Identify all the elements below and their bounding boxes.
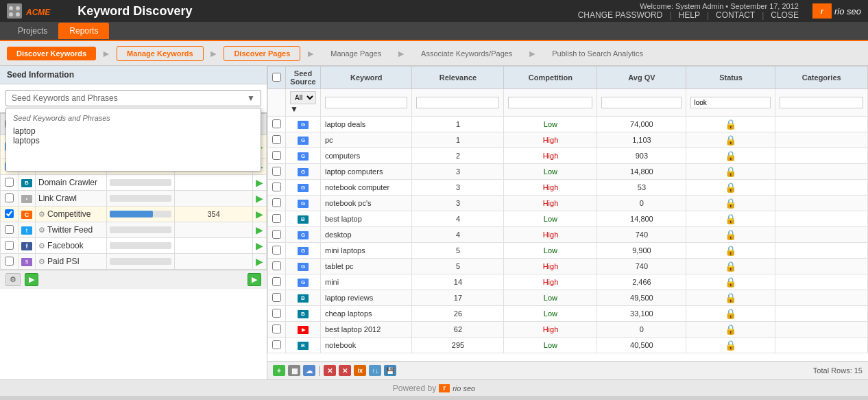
total-rows-label: Total Rows: 15 (813, 366, 863, 375)
tb-save-icon[interactable]: 💾 (384, 365, 396, 376)
left-run-button[interactable]: ▶ (248, 273, 261, 286)
publish-button[interactable]: Publish to Search Analytics (542, 47, 653, 60)
ds-row-checkbox[interactable] (5, 241, 14, 250)
google-icon: G (298, 121, 309, 129)
kw-categories-cell (775, 180, 868, 196)
seed-info-header: Seed Information (0, 66, 267, 84)
kw-source-cell: G (286, 132, 321, 148)
tb-remove-icon[interactable]: ✕ (339, 365, 351, 376)
kw-row-checkbox[interactable] (272, 246, 281, 255)
kw-status-cell: 🔒 (686, 227, 775, 243)
ds-row-checkbox[interactable] (5, 178, 14, 187)
tb-grid-icon[interactable]: ▦ (288, 365, 300, 376)
kw-row-checkbox[interactable] (272, 198, 281, 207)
ds-source-icon-cell: • (19, 191, 36, 207)
kw-row-checkbox[interactable] (272, 230, 281, 239)
generic-icon: • (21, 195, 32, 203)
kw-status-cell: 🔒 (686, 196, 775, 211)
gear-icon[interactable]: ⚙ (38, 226, 45, 234)
left-settings-button[interactable]: ⚙ (5, 273, 21, 286)
play-icon[interactable]: ▶ (256, 240, 263, 251)
filter-competition (504, 89, 597, 117)
kw-categories-cell (775, 196, 868, 211)
kw-row-checkbox[interactable] (272, 167, 281, 176)
change-password-link[interactable]: CHANGE PASSWORD (578, 10, 663, 20)
kw-row-checkbox[interactable] (272, 325, 281, 333)
tb-import-icon[interactable]: ↑↓ (369, 365, 381, 376)
seed-keywords-textarea[interactable] (10, 123, 256, 165)
google-icon: G (298, 168, 309, 176)
play-icon[interactable]: ▶ (256, 256, 263, 267)
kw-status-cell: 🔒 (686, 117, 775, 132)
kw-keyword-cell: notebook pc's (321, 196, 412, 211)
google-icon: G (298, 279, 309, 287)
filter-avgqv-input[interactable] (601, 97, 682, 108)
close-link[interactable]: CLOSE (771, 10, 799, 20)
left-add-button[interactable]: ▶ (25, 273, 38, 286)
kw-select-all-checkbox[interactable] (272, 73, 281, 82)
gear-icon[interactable]: ⚙ (38, 242, 45, 250)
kw-check-cell (268, 196, 286, 211)
filter-status (686, 89, 775, 117)
ds-row-checkbox[interactable] (5, 225, 14, 234)
tb-add-icon[interactable]: + (273, 365, 285, 376)
ds-count-cell (175, 254, 253, 270)
progress-bar-container (110, 195, 171, 202)
kw-relevance-cell: 2 (412, 148, 504, 164)
table-row: G pc 1 High 1,103 🔒 (268, 132, 868, 148)
tab-reports[interactable]: Reports (58, 23, 109, 39)
filter-source-select[interactable]: All (290, 91, 316, 104)
filter-relevance-input[interactable] (416, 97, 499, 108)
tb-delete-icon[interactable]: ✕ (324, 365, 336, 376)
kw-competition-cell: High (504, 274, 597, 290)
kw-check-cell (268, 164, 286, 180)
kw-row-checkbox[interactable] (272, 261, 281, 270)
google-icon: G (298, 137, 309, 145)
gear-icon[interactable]: ⚙ (38, 257, 45, 266)
manage-pages-button[interactable]: Manage Pages (321, 47, 391, 60)
rio-seo-logo: r rio seo (812, 3, 861, 19)
kw-status-cell: 🔒 (686, 148, 775, 164)
tb-export-icon[interactable]: ix (354, 365, 366, 376)
filter-keyword-input[interactable] (325, 97, 407, 108)
tab-projects[interactable]: Projects (7, 23, 58, 39)
kw-categories-cell (775, 259, 868, 274)
play-icon[interactable]: ▶ (256, 177, 263, 188)
left-bottom-right: ▶ (248, 273, 261, 286)
ds-row-checkbox[interactable] (5, 209, 14, 218)
filter-competition-input[interactable] (508, 97, 592, 108)
manage-keywords-button[interactable]: Manage Keywords (117, 46, 204, 61)
ds-row-checkbox[interactable] (5, 193, 14, 202)
ds-play-cell: ▶ (252, 222, 266, 238)
kw-status-cell: 🔒 (686, 322, 775, 338)
discover-pages-button[interactable]: Discover Pages (224, 46, 300, 61)
kw-row-checkbox[interactable] (272, 293, 281, 302)
tb-cloud-icon[interactable]: ☁ (303, 365, 315, 376)
associate-keywords-pages-button[interactable]: Associate Keywords/Pages (411, 47, 522, 60)
ds-row-checkbox[interactable] (5, 257, 14, 266)
seed-dropdown-box[interactable]: Seed Keywords and Phrases ▼ (5, 90, 261, 106)
kw-relevance-cell: 1 (412, 132, 504, 148)
data-table-container[interactable]: Seed Source Keyword Relevance Competitio… (267, 66, 868, 361)
app-title: Keyword Discovery (77, 4, 192, 19)
help-link[interactable]: HELP (679, 10, 700, 20)
play-icon[interactable]: ▶ (256, 224, 263, 235)
status-icon: 🔒 (725, 308, 736, 319)
gear-icon[interactable]: ⚙ (38, 210, 45, 218)
kw-row-checkbox[interactable] (272, 151, 281, 160)
kw-row-checkbox[interactable] (272, 340, 281, 349)
kw-row-checkbox[interactable] (272, 277, 281, 286)
filter-status-input[interactable] (690, 97, 771, 108)
kw-row-checkbox[interactable] (272, 214, 281, 223)
wf-arrow-1: ► (101, 48, 111, 59)
kw-row-checkbox[interactable] (272, 183, 281, 191)
kw-status-cell: 🔒 (686, 306, 775, 322)
play-icon[interactable]: ▶ (256, 209, 263, 220)
discover-keywords-button[interactable]: Discover Keywords (7, 47, 96, 60)
play-icon[interactable]: ▶ (256, 193, 263, 204)
contact-link[interactable]: CONTACT (716, 10, 755, 20)
filter-categories-input[interactable] (780, 97, 863, 108)
kw-row-checkbox[interactable] (272, 119, 281, 128)
kw-row-checkbox[interactable] (272, 135, 281, 144)
kw-row-checkbox[interactable] (272, 309, 281, 318)
